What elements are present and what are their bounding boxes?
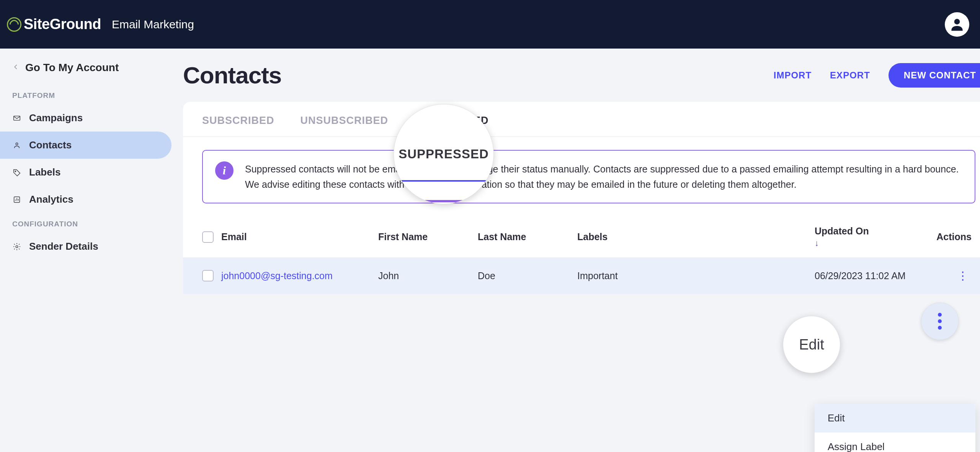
gear-icon (12, 242, 21, 251)
section-title-platform: PLATFORM (0, 85, 183, 104)
col-actions: Actions (914, 231, 975, 242)
logo-swirl-icon (7, 17, 21, 32)
col-labels[interactable]: Labels (577, 231, 815, 242)
info-banner: i Suppressed contacts will not be emaile… (202, 150, 975, 203)
profile-avatar-button[interactable] (945, 12, 969, 37)
sidebar-item-contacts[interactable]: Contacts (0, 132, 172, 159)
sort-descending-icon: ↓ (815, 238, 914, 248)
sidebar-item-label: Campaigns (29, 112, 83, 124)
sidebar-item-label: Labels (29, 166, 60, 178)
dropdown-edit[interactable]: Edit (815, 404, 975, 432)
sidebar-item-label: Analytics (29, 193, 74, 205)
svg-point-3 (15, 171, 16, 172)
product-label: Email Marketing (112, 18, 194, 31)
select-all-checkbox[interactable] (202, 231, 214, 243)
import-button[interactable]: IMPORT (774, 70, 812, 81)
row-actions-button[interactable]: ⋮ (953, 267, 972, 285)
table-header-row: Email First Name Last Name Labels Update… (183, 216, 980, 257)
magnifier-suppressed: SUPPRESSED (394, 104, 494, 204)
user-icon (949, 16, 965, 33)
chart-icon (12, 195, 21, 204)
row-actions-dropdown: Edit Assign Label Delete (815, 404, 975, 452)
sidebar-item-sender-details[interactable]: Sender Details (0, 233, 183, 260)
topbar: SiteGround Email Marketing (0, 0, 980, 49)
cell-email[interactable]: john0000@sg-testing.com (221, 270, 378, 281)
sidebar-item-label: Sender Details (29, 241, 98, 252)
brand-wrap: SiteGround Email Marketing (7, 16, 194, 33)
cell-labels: Important (577, 270, 815, 281)
row-checkbox[interactable] (202, 270, 214, 281)
dropdown-assign-label[interactable]: Assign Label (815, 432, 975, 452)
back-link-label: Go To My Account (25, 62, 119, 74)
svg-point-5 (16, 246, 18, 248)
tabs: SUBSCRIBED UNSUBSCRIBED SUPPRESSED (183, 102, 980, 137)
sidebar-item-label: Contacts (29, 139, 72, 151)
col-email[interactable]: Email (221, 231, 378, 242)
sidebar-item-campaigns[interactable]: Campaigns (0, 104, 183, 132)
magnifier-edit: Edit (783, 316, 840, 373)
cell-first-name: John (378, 270, 478, 281)
svg-point-2 (16, 143, 18, 145)
col-last-name[interactable]: Last Name (478, 231, 577, 242)
brand-name: SiteGround (24, 16, 101, 33)
cell-last-name: Doe (478, 270, 577, 281)
brand-logo[interactable]: SiteGround (7, 16, 101, 33)
tag-icon (12, 168, 21, 177)
magnifier-suppressed-text: SUPPRESSED (399, 147, 489, 161)
page-title: Contacts (183, 62, 281, 89)
table-row: john0000@sg-testing.com John Doe Importa… (183, 257, 980, 294)
sidebar: Go To My Account PLATFORM Campaigns Cont… (0, 49, 183, 452)
magnifier-kebab (921, 302, 959, 340)
tab-unsubscribed[interactable]: UNSUBSCRIBED (301, 115, 389, 137)
content-area: Contacts IMPORT EXPORT NEW CONTACT SUBSC… (183, 49, 980, 452)
head-actions: IMPORT EXPORT NEW CONTACT (774, 63, 980, 88)
page-head: Contacts IMPORT EXPORT NEW CONTACT (183, 60, 980, 99)
col-first-name[interactable]: First Name (378, 231, 478, 242)
section-title-configuration: CONFIGURATION (0, 213, 183, 233)
info-banner-text: Suppressed contacts will not be emailed … (245, 161, 962, 192)
magnifier-underline (400, 180, 487, 182)
sidebar-item-analytics[interactable]: Analytics (0, 186, 183, 213)
kebab-dots-icon (938, 313, 942, 330)
arrow-left-icon (11, 63, 20, 73)
cell-updated-on: 06/29/2023 11:02 AM (815, 270, 914, 281)
sidebar-item-labels[interactable]: Labels (0, 159, 183, 186)
info-icon: i (215, 161, 234, 180)
col-updated-on-label: Updated On (815, 226, 869, 236)
person-icon (12, 141, 21, 150)
export-button[interactable]: EXPORT (830, 70, 870, 81)
tab-subscribed[interactable]: SUBSCRIBED (202, 115, 274, 137)
envelope-icon (12, 114, 21, 123)
contacts-card: SUBSCRIBED UNSUBSCRIBED SUPPRESSED i Sup… (183, 102, 980, 294)
magnifier-edit-text: Edit (799, 337, 824, 353)
back-to-account-link[interactable]: Go To My Account (0, 58, 183, 85)
svg-point-0 (954, 19, 960, 24)
new-contact-button[interactable]: NEW CONTACT (889, 63, 980, 88)
col-updated-on[interactable]: Updated On ↓ (815, 226, 914, 248)
